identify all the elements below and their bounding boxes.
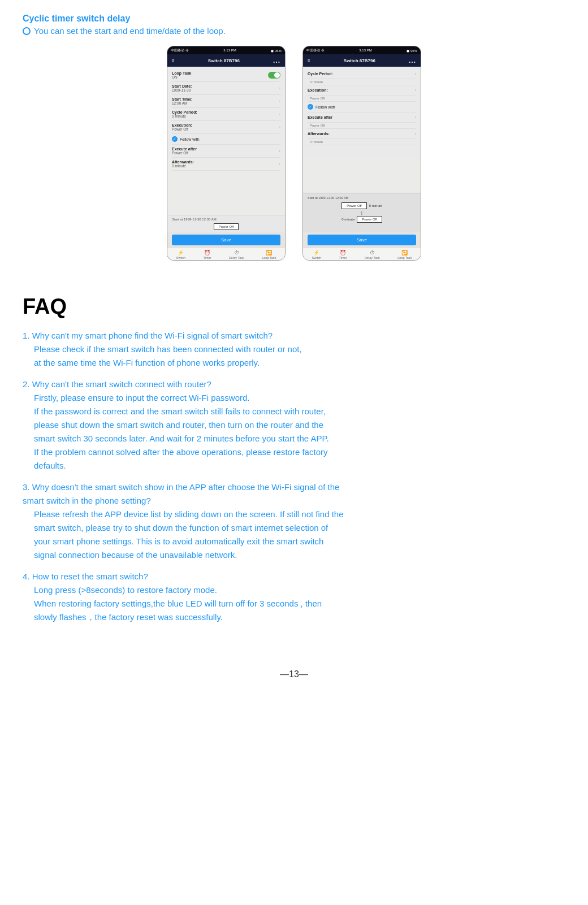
time-left: 3:13 PM	[223, 49, 236, 52]
nav-loop-r: 🔁 Loop Task	[397, 250, 412, 259]
faq-answer-3: Please refresh the APP device list by sl…	[23, 508, 565, 562]
faq-answer-1: Please check if the smart switch has bee…	[23, 343, 565, 370]
carrier-right: 中国移动 令	[306, 48, 325, 53]
faq-question-2: 2. Why can't the smart switch connect wi…	[23, 379, 211, 389]
fellow-row-r: ✓ Fellow with	[308, 102, 416, 112]
nav-delay-r: ⏱ Delay Task	[365, 250, 380, 259]
screenshots-row: 中国移动 令 3:13 PM ◼ 36% ≡ Switch 87B796 ...	[23, 46, 565, 261]
faq-question-3: 3. Why doesn't the smart switch show in …	[23, 482, 339, 505]
phone-title-right: Switch 87B796	[344, 58, 375, 63]
nav-loop-l: 🔁 Loop Task	[262, 250, 276, 259]
content-left: Loop Task ON Start Date: 1999-11-30 ›	[167, 67, 285, 261]
phone-screenshot-right: 中国移动 令 3:13 PM ◼ 96% ≡ Switch 87B796 ...	[302, 46, 421, 261]
faq-answer-4: Long press (>8seconds) to restore factor…	[23, 583, 565, 624]
faq-section: FAQ 1. Why can't my smart phone find the…	[23, 295, 565, 679]
diagram-box-r1: Power Off	[341, 202, 367, 209]
subtitle-row: You can set the start and end time/date …	[23, 26, 565, 36]
page-number: —13—	[23, 669, 565, 679]
nav-delay-l: ⏱ Delay Task	[229, 250, 244, 259]
subtitle-text: You can set the start and end time/date …	[34, 26, 226, 36]
cyclic-section: Cyclic timer switch delay You can set th…	[23, 14, 565, 261]
faq-item-4: 4. How to reset the smart switch? Long p…	[23, 570, 565, 624]
toggle-on	[268, 72, 280, 79]
afterwards-row-r: Afterwards: ›	[308, 129, 416, 139]
dots-right: ...	[409, 57, 416, 64]
phone-header-right: ≡ Switch 87B796 ...	[303, 54, 421, 67]
loop-task-row: Loop Task ON	[172, 69, 280, 82]
battery-right: ◼ 96%	[407, 49, 417, 53]
diagram-start-r: Start at 1999-11-30 12:00 AM	[308, 196, 416, 200]
faq-heading: FAQ	[23, 295, 565, 319]
status-bar-left: 中国移动 令 3:13 PM ◼ 36%	[167, 46, 285, 54]
faq-item-3: 3. Why doesn't the smart switch show in …	[23, 480, 565, 562]
bottom-nav-right: ⚡ Switch ⏰ Timer ⏱ Delay Task 🔁	[303, 248, 421, 261]
phone-screenshot-left: 中国移动 令 3:13 PM ◼ 36% ≡ Switch 87B796 ...	[167, 46, 286, 261]
phone-header-left: ≡ Switch 87B796 ...	[167, 54, 285, 67]
start-date-row: Start Date: 1999-11-30 ›	[172, 82, 280, 95]
nav-switch-l: ⚡ Switch	[176, 250, 185, 259]
section-title: Cyclic timer switch delay	[23, 14, 565, 24]
circle-icon	[23, 27, 31, 35]
status-bar-right: 中国移动 令 3:13 PM ◼ 96%	[303, 46, 421, 54]
phone-title-left: Switch 87B796	[208, 58, 240, 63]
battery-left: ◼ 36%	[271, 49, 282, 53]
content-right: Cycle Period: › 0 minute Execution: ›	[303, 67, 421, 261]
faq-item-1: 1. Why can't my smart phone find the Wi-…	[23, 329, 565, 370]
save-btn-left[interactable]: Save	[172, 235, 280, 245]
start-time-row: Start Time: 12:00 AM ›	[172, 95, 280, 108]
nav-timer-r: ⏰ Timer	[339, 250, 347, 259]
diagram-box-l1: Power Off	[214, 223, 239, 230]
faq-question-1: 1. Why can't my smart phone find the Wi-…	[23, 331, 273, 340]
menu-icon-right: ≡	[308, 58, 310, 63]
diagram-start-l: Start at 1999-11-30 12:00 AM	[172, 218, 280, 221]
execute-after-row-l: Execute after Power Off ›	[172, 145, 280, 158]
faq-question-4: 4. How to reset the smart switch?	[23, 571, 148, 581]
afterwards-row-l: Afterwards: 0 minute ›	[172, 158, 280, 171]
diagram-box-r2: Power Off	[357, 216, 382, 223]
save-btn-right[interactable]: Save	[308, 235, 416, 245]
bottom-nav-left: ⚡ Switch ⏰ Timer ⏱ Delay Task 🔁	[167, 248, 285, 261]
cycle-period-row-l: Cycle Period: 0 minute ›	[172, 108, 280, 121]
execution-row-l: Execution: Power Off ›	[172, 121, 280, 134]
faq-item-2: 2. Why can't the smart switch connect wi…	[23, 378, 565, 473]
execution-row-r: Execution: ›	[308, 85, 416, 96]
dots-left: ...	[273, 57, 280, 64]
time-right: 3:13 PM	[359, 49, 371, 52]
nav-timer-l: ⏰ Timer	[204, 250, 211, 259]
execute-after-row-r: Execute after ›	[308, 112, 416, 123]
menu-icon-left: ≡	[172, 58, 175, 63]
carrier-left: 中国移动 令	[171, 48, 189, 53]
faq-answer-2: Firstly, please ensure to input the corr…	[23, 391, 565, 473]
cycle-period-row-r: Cycle Period: ›	[308, 69, 416, 79]
nav-switch-r: ⚡ Switch	[312, 250, 321, 259]
fellow-row-l: ✓ Fellow with	[172, 134, 280, 145]
